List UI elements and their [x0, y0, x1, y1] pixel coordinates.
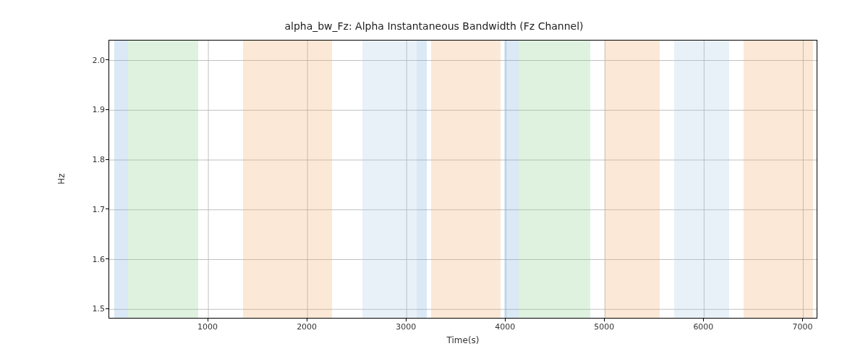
y-tick-label: 1.6	[69, 254, 105, 264]
x-tick-label: 2000	[297, 322, 317, 332]
plot-area	[109, 40, 817, 319]
y-tick-label: 1.8	[69, 155, 105, 164]
x-tick-mark	[703, 319, 704, 321]
x-tick-mark	[802, 319, 803, 321]
region-green	[519, 41, 590, 318]
chart-title: alpha_bw_Fz: Alpha Instantaneous Bandwid…	[0, 20, 868, 32]
region-blue	[417, 41, 427, 318]
y-tick-mark	[106, 209, 109, 209]
x-tick-label: 3000	[396, 322, 416, 332]
region-orange	[605, 41, 659, 318]
y-tick-mark	[106, 109, 109, 110]
y-axis-label: Hz	[56, 173, 67, 184]
x-tick-label: 4000	[495, 322, 515, 332]
y-tick-label: 1.7	[69, 204, 105, 214]
y-tick-mark	[106, 258, 109, 259]
region-lblue	[674, 41, 728, 318]
x-tick-mark	[208, 319, 208, 321]
x-tick-mark	[604, 319, 605, 321]
region-blue	[504, 41, 519, 318]
region-orange	[431, 41, 501, 318]
x-tick-label: 5000	[594, 322, 614, 332]
x-axis-label: Time(s)	[447, 335, 480, 345]
x-tick-mark	[406, 319, 407, 321]
x-tick-label: 6000	[693, 322, 713, 332]
region-blue	[114, 41, 128, 318]
y-tick-label: 1.9	[69, 105, 105, 114]
region-lblue	[362, 41, 417, 318]
x-tick-mark	[307, 319, 307, 321]
region-orange	[744, 41, 813, 318]
x-tick-mark	[505, 319, 506, 321]
y-tick-label: 2.0	[69, 55, 105, 64]
y-tick-mark	[106, 159, 109, 160]
y-tick-mark	[106, 308, 109, 309]
region-green	[128, 41, 198, 318]
x-tick-label: 7000	[792, 322, 812, 332]
y-tick-mark	[106, 59, 109, 60]
x-tick-label: 1000	[197, 322, 218, 332]
y-tick-label: 1.5	[69, 304, 105, 313]
figure: alpha_bw_Fz: Alpha Instantaneous Bandwid…	[0, 0, 868, 362]
region-orange	[243, 41, 332, 318]
